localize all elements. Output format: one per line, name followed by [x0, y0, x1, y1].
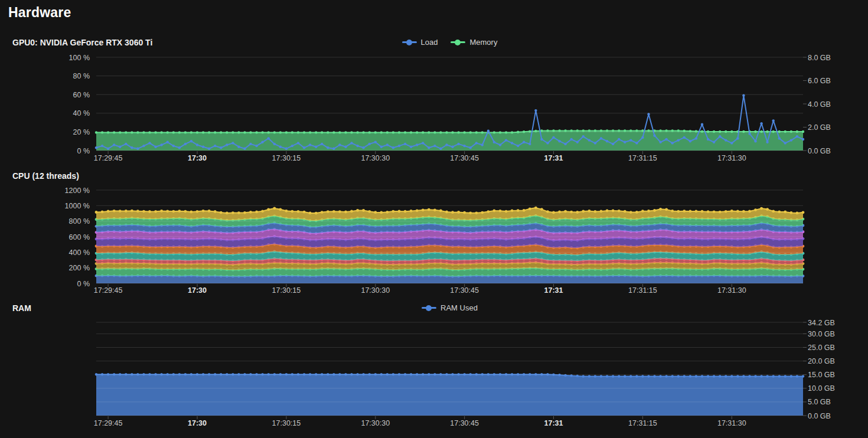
y-axis-tick-label: 400 %: [69, 249, 90, 257]
y-axis-tick-label: 4.0 GB: [808, 100, 831, 109]
x-axis-tick-label: 17:30:30: [361, 286, 390, 295]
y-axis-tick-label: 15.0 GB: [808, 371, 835, 379]
x-axis-tick-label: 17:31:15: [628, 419, 657, 427]
x-axis-tick-label: 17:30:30: [361, 419, 390, 427]
series-layer: [95, 373, 804, 416]
x-axis-tick-label: 17:30:15: [272, 286, 301, 295]
ram-chart[interactable]: 34.2 GB30.0 GB25.0 GB20.0 GB15.0 GB10.0 …: [0, 315, 868, 438]
y-axis-tick-label: 40 %: [73, 109, 90, 117]
x-axis-tick-label: 17:31: [544, 419, 563, 427]
x-axis-tick-label: 17:30:30: [361, 154, 390, 162]
x-axis-tick-label: 17:30:45: [450, 419, 479, 427]
hardware-page: Hardware GPU0: NVIDIA GeForce RTX 3060 T…: [0, 0, 868, 438]
legend-line-dot-icon: [422, 305, 436, 312]
x-axis-tick-label: 17:29:45: [94, 286, 123, 295]
series-memory: [95, 129, 804, 151]
y-axis-tick-label: 5.0 GB: [808, 398, 831, 406]
y-axis-tick-label: 0.0 GB: [808, 412, 831, 420]
x-axis-tick-label: 17:31:30: [717, 419, 746, 427]
x-axis-tick-label: 17:30:15: [272, 154, 301, 162]
x-axis-tick-label: 17:30:15: [272, 419, 301, 427]
legend-line-dot-icon: [402, 39, 417, 46]
x-axis-tick-label: 17:31:30: [717, 286, 746, 295]
cpu-chart[interactable]: 1200 %1000 %800 %600 %400 %200 %0 %17:29…: [0, 184, 868, 302]
y-axis-tick-label: 0.0 GB: [808, 147, 831, 155]
legend-label: Memory: [469, 38, 497, 47]
series-layer: [95, 94, 804, 151]
x-axis-tick-label: 17:30:45: [450, 154, 479, 162]
y-axis-tick-label: 8.0 GB: [808, 54, 831, 62]
x-axis-tick-label: 17:31:15: [628, 154, 657, 162]
y-axis-tick-label: 30.0 GB: [808, 330, 835, 338]
y-axis-tick-label: 20 %: [73, 128, 90, 136]
y-axis-tick-label: 6.0 GB: [808, 77, 831, 85]
y-axis-tick-label: 100 %: [69, 54, 90, 62]
y-axis-tick-label: 600 %: [69, 233, 90, 241]
x-axis-tick-label: 17:29:45: [94, 154, 123, 162]
x-axis-tick-label: 17:30:45: [450, 286, 479, 295]
y-axis-tick-label: 1000 %: [65, 202, 90, 210]
y-axis-tick-label: 800 %: [69, 217, 90, 225]
cpu-section-title: CPU (12 threads): [12, 171, 79, 181]
y-axis-tick-label: 60 %: [73, 91, 90, 99]
legend-label: Load: [421, 38, 438, 47]
x-axis-tick-label: 17:30: [188, 419, 207, 427]
y-axis-tick-label: 1200 %: [65, 187, 90, 195]
x-axis-tick-label: 17:30: [188, 154, 207, 162]
y-axis-tick-label: 34.2 GB: [808, 319, 835, 327]
gpu-legend: LoadMemory: [96, 38, 803, 47]
gpu-section-header: GPU0: NVIDIA GeForce RTX 3060 Ti LoadMem…: [0, 38, 868, 50]
x-axis-tick-label: 17:29:45: [94, 419, 123, 427]
y-axis-tick-label: 200 %: [69, 264, 90, 272]
y-axis-tick-label: 0 %: [77, 280, 90, 288]
series-layer: [95, 207, 805, 283]
y-axis-tick-label: 20.0 GB: [808, 357, 835, 365]
legend-item-load[interactable]: Load: [402, 38, 438, 47]
series-ram-used: [95, 373, 804, 416]
x-axis-tick-label: 17:31:30: [717, 154, 746, 162]
ram-section-header: RAM RAM Used: [0, 303, 868, 315]
gpu-chart[interactable]: 100 %80 %60 %40 %20 %0 %8.0 GB6.0 GB4.0 …: [0, 52, 868, 170]
page-title: Hardware: [8, 5, 71, 21]
cpu-section-header: CPU (12 threads): [0, 171, 868, 183]
y-axis-tick-label: 2.0 GB: [808, 123, 831, 132]
x-axis-tick-label: 17:31:15: [628, 286, 657, 295]
legend-item-ram-used[interactable]: RAM Used: [422, 303, 478, 312]
y-axis-tick-label: 25.0 GB: [808, 344, 835, 352]
x-axis-tick-label: 17:30: [188, 286, 207, 295]
ram-section-title: RAM: [12, 303, 31, 313]
y-axis-tick-label: 0 %: [77, 147, 90, 155]
x-axis-tick-label: 17:31: [544, 154, 563, 162]
legend-item-memory[interactable]: Memory: [451, 38, 497, 47]
y-axis-tick-label: 10.0 GB: [808, 384, 835, 393]
legend-label: RAM Used: [440, 303, 478, 312]
y-axis-tick-label: 80 %: [73, 72, 90, 80]
ram-legend: RAM Used: [96, 303, 803, 312]
legend-line-dot-icon: [451, 39, 465, 46]
x-axis-tick-label: 17:31: [544, 286, 563, 295]
